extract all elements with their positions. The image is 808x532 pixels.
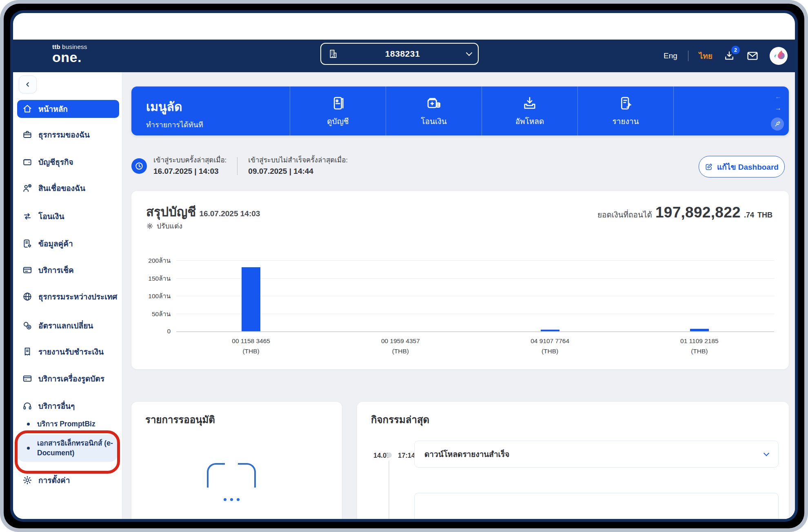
lang-divider [688, 51, 688, 61]
quick-upload-button[interactable]: อัพโหลด [482, 86, 577, 135]
gridline [176, 331, 774, 332]
gridline [176, 296, 774, 296]
quick-menu: เมนูลัด ทำรายการได้ทันที ดูบัญชี โอนเงิน [131, 86, 789, 135]
chart-plot [176, 260, 774, 331]
download-icon-button[interactable]: 2 [723, 50, 735, 62]
wallet-coins-icon [425, 95, 442, 112]
mail-icon-button[interactable] [746, 49, 759, 62]
sidebar-item-cheque-service[interactable]: บริการเช็ค [17, 261, 119, 279]
cheque-icon [22, 265, 33, 275]
quick-transfer-button[interactable]: โอนเงิน [386, 86, 482, 135]
device-frame: ttbbusiness one. 1838231 Eng ไทย [0, 0, 808, 532]
x-tick-label: 00 1959 4357(THB) [381, 336, 420, 357]
transfer-icon [22, 211, 33, 222]
y-tick-label: 100ล้าน [148, 291, 171, 301]
sidebar-item-settings[interactable]: การตั้งค่า [17, 471, 119, 489]
sidebar-item-label: สินเชื่อของฉัน [38, 182, 85, 194]
card-terminal-icon [22, 373, 33, 384]
recent-activity-title: กิจกรรมล่าสุด [371, 412, 429, 428]
quick-view-accounts-button[interactable]: ดูบัญชี [290, 86, 386, 135]
sidebar-subitem-promptbiz[interactable]: บริการ PromptBiz [17, 416, 119, 432]
sidebar-item-business-accounts[interactable]: บัญชีธุรกิจ [17, 153, 119, 171]
chart-bar [690, 329, 709, 331]
sidebar-item-label: ข้อมูลคู่ค้า [38, 237, 73, 250]
passbook-icon [329, 95, 346, 112]
y-tick-label: 150ล้าน [148, 273, 171, 283]
edit-dashboard-label: แก้ไข Dashboard [717, 161, 779, 173]
sidebar-item-home[interactable]: หน้าหลัก [17, 100, 119, 118]
activity-entry-partial[interactable] [414, 493, 779, 519]
y-tick-label: 50ล้าน [152, 308, 171, 319]
balance-currency: THB [757, 211, 772, 219]
chart-bar [242, 267, 260, 331]
quick-item-label: รายงาน [613, 115, 639, 127]
bullet-icon [27, 447, 30, 450]
app-header: ttbbusiness one. 1838231 Eng ไทย [13, 40, 795, 72]
chevron-down-icon [466, 50, 473, 56]
account-summary-card: สรุปบัญชี 16.07.2025 14:03 ปรับแต่ง ยอดเ… [131, 191, 789, 369]
sidebar-item-my-transactions[interactable]: ธุรกรรมของฉัน [17, 126, 119, 144]
balance-fraction: .74 [744, 211, 754, 219]
customize-label: ปรับแต่ง [157, 220, 182, 232]
quick-menu-subtitle: ทำรายการได้ทันที [146, 119, 290, 131]
user-avatar[interactable] [770, 47, 788, 65]
timeline-line [388, 461, 389, 519]
header-actions: Eng ไทย 2 [664, 40, 788, 72]
sidebar-item-card-machine[interactable]: บริการเครื่องรูดบัตร [17, 370, 119, 388]
sidebar-item-my-loans[interactable]: สินเชื่อของฉัน [17, 179, 119, 197]
carousel-prev-icon[interactable]: ← [775, 93, 781, 100]
sidebar-subitem-edocument[interactable]: เอกสารอิเล็กทรอนิกส์ (e-Document) [17, 434, 118, 462]
customize-quickmenu-button[interactable] [771, 117, 784, 131]
customize-summary-button[interactable]: ปรับแต่ง [146, 220, 182, 232]
sidebar-item-label: บัญชีธุรกิจ [38, 156, 73, 168]
last-failed-login-label: เข้าสู่ระบบไม่สำเร็จครั้งล่าสุดเมื่อ: [248, 155, 348, 166]
summary-title: สรุปบัญชี [146, 202, 196, 222]
gridline [176, 278, 774, 279]
headphones-icon [22, 401, 33, 411]
coins-exchange-icon [22, 320, 33, 331]
sidebar-item-other-services[interactable]: บริการอื่นๆ [17, 397, 119, 415]
sidebar-item-label: ธุรกรรมของฉัน [38, 129, 90, 141]
carousel-next-icon[interactable]: → [775, 104, 781, 112]
sidebar-item-transfer[interactable]: โอนเงิน [17, 207, 119, 225]
recent-activity-card: กิจกรรมล่าสุด 14.07 17:14 ดาวน์โหลดรายงา… [357, 402, 789, 519]
sidebar-collapse-button[interactable] [19, 75, 37, 93]
quick-item-label: อัพโหลด [515, 115, 544, 127]
chevron-down-icon [764, 450, 769, 456]
login-divider [237, 157, 238, 175]
sidebar-item-label: ธุรกรรมระหว่างประเทศ [38, 290, 117, 303]
main-content: เมนูลัด ทำรายการได้ทันที ดูบัญชี โอนเงิน [122, 72, 795, 519]
chart-x-axis: 00 1158 3465(THB)00 1959 4357(THB)04 910… [176, 336, 774, 358]
activity-entry[interactable]: ดาวน์โหลดรายงานสำเร็จ [414, 441, 779, 468]
edit-dashboard-button[interactable]: แก้ไข Dashboard [699, 156, 785, 177]
activity-text: ดาวน์โหลดรายงานสำเร็จ [424, 448, 764, 460]
sidebar-item-label: อัตราแลกเปลี่ยน [38, 319, 93, 332]
bullet-icon [27, 423, 30, 426]
sidebar-item-partner-info[interactable]: ข้อมูลคู่ค้า [17, 235, 119, 253]
download-count-badge: 2 [731, 46, 740, 54]
y-tick-label: 0 [167, 328, 171, 335]
gridline [176, 260, 774, 261]
sidebar: หน้าหลัก ธุรกรรมของฉัน บัญชีธุรกิจ สินเช… [13, 72, 122, 519]
building-icon [328, 49, 338, 59]
quick-report-button[interactable]: รายงาน [577, 86, 673, 135]
summary-timestamp: 16.07.2025 14:03 [199, 209, 260, 218]
receipt-icon [22, 346, 33, 357]
lang-thai-button[interactable]: ไทย [699, 50, 713, 62]
brand-business: business [62, 43, 87, 50]
x-tick-label: 01 1109 2185(THB) [680, 336, 719, 357]
sidebar-item-label: รายงานรับชำระเงิน [38, 346, 104, 358]
upload-tray-icon [521, 95, 538, 112]
wallet-icon [22, 157, 33, 167]
quick-menu-title: เมนูลัด [146, 97, 290, 116]
company-selector[interactable]: 1838231 [320, 43, 479, 65]
sidebar-item-payment-report[interactable]: รายงานรับชำระเงิน [17, 343, 119, 361]
y-tick-label: 200ล้าน [148, 255, 171, 266]
last-failed-login-block: เข้าสู่ระบบไม่สำเร็จครั้งล่าสุดเมื่อ: 09… [248, 155, 348, 177]
briefcase-icon [22, 129, 33, 140]
lang-eng-button[interactable]: Eng [664, 51, 677, 60]
company-id: 1838231 [338, 49, 467, 59]
sidebar-item-international[interactable]: ธุรกรรมระหว่างประเทศ [17, 288, 119, 306]
sidebar-item-exchange-rate[interactable]: อัตราแลกเปลี่ยน [17, 317, 119, 335]
quick-menu-title-cell: เมนูลัด ทำรายการได้ทันที [131, 86, 290, 135]
